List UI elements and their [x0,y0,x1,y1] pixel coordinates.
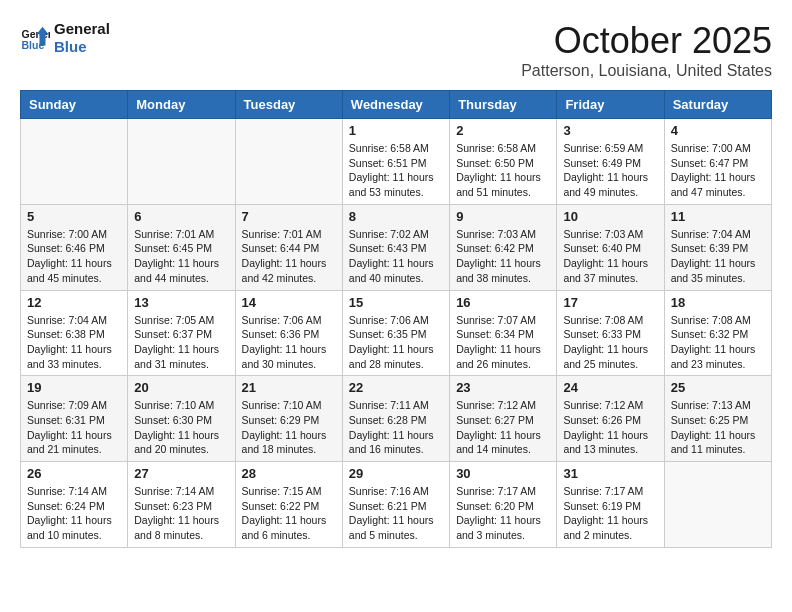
day-number: 23 [456,380,550,395]
day-number: 18 [671,295,765,310]
weekday-header-thursday: Thursday [450,91,557,119]
calendar-cell: 9Sunrise: 7:03 AM Sunset: 6:42 PM Daylig… [450,204,557,290]
day-number: 9 [456,209,550,224]
calendar-week-row: 1Sunrise: 6:58 AM Sunset: 6:51 PM Daylig… [21,119,772,205]
day-number: 14 [242,295,336,310]
calendar-cell: 25Sunrise: 7:13 AM Sunset: 6:25 PM Dayli… [664,376,771,462]
day-info: Sunrise: 6:59 AM Sunset: 6:49 PM Dayligh… [563,141,657,200]
day-number: 7 [242,209,336,224]
logo-blue: Blue [54,38,110,56]
calendar-table: SundayMondayTuesdayWednesdayThursdayFrid… [20,90,772,548]
day-info: Sunrise: 7:14 AM Sunset: 6:24 PM Dayligh… [27,484,121,543]
day-info: Sunrise: 7:10 AM Sunset: 6:30 PM Dayligh… [134,398,228,457]
calendar-cell: 6Sunrise: 7:01 AM Sunset: 6:45 PM Daylig… [128,204,235,290]
day-info: Sunrise: 7:11 AM Sunset: 6:28 PM Dayligh… [349,398,443,457]
calendar-cell: 31Sunrise: 7:17 AM Sunset: 6:19 PM Dayli… [557,462,664,548]
calendar-cell: 30Sunrise: 7:17 AM Sunset: 6:20 PM Dayli… [450,462,557,548]
calendar-cell: 26Sunrise: 7:14 AM Sunset: 6:24 PM Dayli… [21,462,128,548]
day-info: Sunrise: 7:00 AM Sunset: 6:46 PM Dayligh… [27,227,121,286]
day-info: Sunrise: 7:15 AM Sunset: 6:22 PM Dayligh… [242,484,336,543]
day-number: 13 [134,295,228,310]
calendar-week-row: 26Sunrise: 7:14 AM Sunset: 6:24 PM Dayli… [21,462,772,548]
day-info: Sunrise: 7:12 AM Sunset: 6:27 PM Dayligh… [456,398,550,457]
day-info: Sunrise: 6:58 AM Sunset: 6:50 PM Dayligh… [456,141,550,200]
calendar-cell: 5Sunrise: 7:00 AM Sunset: 6:46 PM Daylig… [21,204,128,290]
day-info: Sunrise: 7:06 AM Sunset: 6:35 PM Dayligh… [349,313,443,372]
day-info: Sunrise: 7:06 AM Sunset: 6:36 PM Dayligh… [242,313,336,372]
day-info: Sunrise: 7:04 AM Sunset: 6:39 PM Dayligh… [671,227,765,286]
day-info: Sunrise: 7:17 AM Sunset: 6:20 PM Dayligh… [456,484,550,543]
day-info: Sunrise: 7:16 AM Sunset: 6:21 PM Dayligh… [349,484,443,543]
logo-icon: General Blue [20,23,50,53]
day-number: 5 [27,209,121,224]
calendar-cell: 15Sunrise: 7:06 AM Sunset: 6:35 PM Dayli… [342,290,449,376]
calendar-cell: 18Sunrise: 7:08 AM Sunset: 6:32 PM Dayli… [664,290,771,376]
day-info: Sunrise: 7:08 AM Sunset: 6:32 PM Dayligh… [671,313,765,372]
day-number: 21 [242,380,336,395]
weekday-header-sunday: Sunday [21,91,128,119]
day-info: Sunrise: 7:02 AM Sunset: 6:43 PM Dayligh… [349,227,443,286]
calendar-cell: 21Sunrise: 7:10 AM Sunset: 6:29 PM Dayli… [235,376,342,462]
day-number: 8 [349,209,443,224]
title-block: October 2025 Patterson, Louisiana, Unite… [521,20,772,80]
day-info: Sunrise: 7:12 AM Sunset: 6:26 PM Dayligh… [563,398,657,457]
calendar-cell [235,119,342,205]
day-info: Sunrise: 7:17 AM Sunset: 6:19 PM Dayligh… [563,484,657,543]
day-number: 29 [349,466,443,481]
day-info: Sunrise: 6:58 AM Sunset: 6:51 PM Dayligh… [349,141,443,200]
calendar-cell: 28Sunrise: 7:15 AM Sunset: 6:22 PM Dayli… [235,462,342,548]
calendar-cell: 19Sunrise: 7:09 AM Sunset: 6:31 PM Dayli… [21,376,128,462]
day-number: 10 [563,209,657,224]
logo-general: General [54,20,110,38]
day-number: 25 [671,380,765,395]
calendar-cell: 12Sunrise: 7:04 AM Sunset: 6:38 PM Dayli… [21,290,128,376]
day-info: Sunrise: 7:10 AM Sunset: 6:29 PM Dayligh… [242,398,336,457]
day-number: 3 [563,123,657,138]
day-info: Sunrise: 7:05 AM Sunset: 6:37 PM Dayligh… [134,313,228,372]
calendar-cell: 14Sunrise: 7:06 AM Sunset: 6:36 PM Dayli… [235,290,342,376]
calendar-cell: 7Sunrise: 7:01 AM Sunset: 6:44 PM Daylig… [235,204,342,290]
day-number: 1 [349,123,443,138]
day-info: Sunrise: 7:07 AM Sunset: 6:34 PM Dayligh… [456,313,550,372]
weekday-header-wednesday: Wednesday [342,91,449,119]
weekday-header-monday: Monday [128,91,235,119]
day-number: 15 [349,295,443,310]
day-info: Sunrise: 7:01 AM Sunset: 6:45 PM Dayligh… [134,227,228,286]
location: Patterson, Louisiana, United States [521,62,772,80]
calendar-cell: 4Sunrise: 7:00 AM Sunset: 6:47 PM Daylig… [664,119,771,205]
calendar-cell: 3Sunrise: 6:59 AM Sunset: 6:49 PM Daylig… [557,119,664,205]
day-info: Sunrise: 7:13 AM Sunset: 6:25 PM Dayligh… [671,398,765,457]
day-number: 12 [27,295,121,310]
day-number: 19 [27,380,121,395]
day-number: 4 [671,123,765,138]
calendar-cell: 23Sunrise: 7:12 AM Sunset: 6:27 PM Dayli… [450,376,557,462]
calendar-cell: 29Sunrise: 7:16 AM Sunset: 6:21 PM Dayli… [342,462,449,548]
calendar-cell [664,462,771,548]
day-number: 6 [134,209,228,224]
day-number: 27 [134,466,228,481]
day-number: 30 [456,466,550,481]
calendar-cell: 11Sunrise: 7:04 AM Sunset: 6:39 PM Dayli… [664,204,771,290]
day-number: 31 [563,466,657,481]
day-number: 26 [27,466,121,481]
page-header: General Blue General Blue October 2025 P… [20,20,772,80]
day-number: 16 [456,295,550,310]
calendar-week-row: 5Sunrise: 7:00 AM Sunset: 6:46 PM Daylig… [21,204,772,290]
weekday-header-saturday: Saturday [664,91,771,119]
day-info: Sunrise: 7:00 AM Sunset: 6:47 PM Dayligh… [671,141,765,200]
calendar-cell: 2Sunrise: 6:58 AM Sunset: 6:50 PM Daylig… [450,119,557,205]
month-title: October 2025 [521,20,772,62]
calendar-cell: 16Sunrise: 7:07 AM Sunset: 6:34 PM Dayli… [450,290,557,376]
weekday-header-tuesday: Tuesday [235,91,342,119]
calendar-cell: 17Sunrise: 7:08 AM Sunset: 6:33 PM Dayli… [557,290,664,376]
calendar-cell: 1Sunrise: 6:58 AM Sunset: 6:51 PM Daylig… [342,119,449,205]
calendar-cell: 27Sunrise: 7:14 AM Sunset: 6:23 PM Dayli… [128,462,235,548]
calendar-cell: 20Sunrise: 7:10 AM Sunset: 6:30 PM Dayli… [128,376,235,462]
logo: General Blue General Blue [20,20,110,56]
calendar-cell: 24Sunrise: 7:12 AM Sunset: 6:26 PM Dayli… [557,376,664,462]
calendar-cell: 8Sunrise: 7:02 AM Sunset: 6:43 PM Daylig… [342,204,449,290]
calendar-cell [128,119,235,205]
day-number: 11 [671,209,765,224]
day-info: Sunrise: 7:09 AM Sunset: 6:31 PM Dayligh… [27,398,121,457]
calendar-cell: 13Sunrise: 7:05 AM Sunset: 6:37 PM Dayli… [128,290,235,376]
